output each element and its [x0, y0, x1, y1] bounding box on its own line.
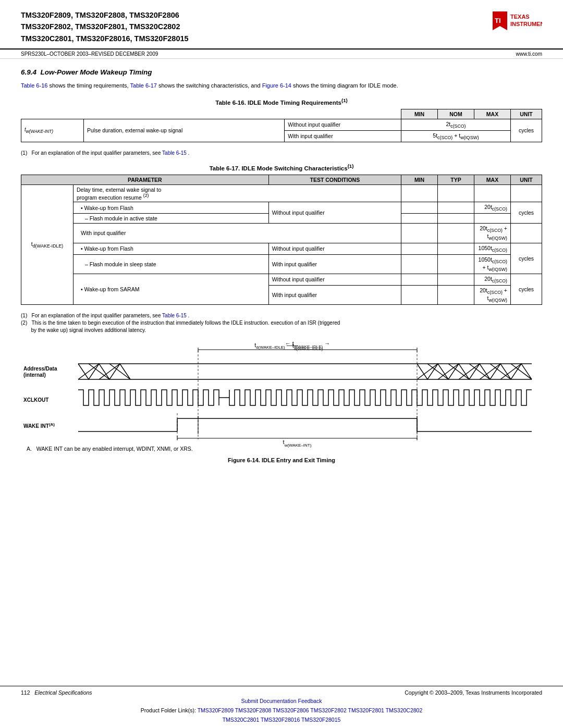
table15-link-fn17[interactable]: Table 6-15	[162, 313, 187, 318]
product-link-f2801[interactable]: TMS320F2801	[348, 707, 384, 713]
table17-saram-val1: 20tc(SCO)	[474, 274, 511, 285]
table17-col-min: MIN	[401, 175, 438, 184]
page-footer: 112 Electrical Specifications Copyright …	[0, 686, 563, 728]
table16-cond1: Without input qualifier	[285, 119, 401, 130]
svg-line-24	[109, 364, 130, 379]
table16-link[interactable]: Table 6-16	[21, 82, 47, 89]
table16-col-min: MIN	[401, 109, 438, 119]
table16-col-max: MAX	[474, 109, 511, 119]
figure-caption: Figure 6-14. IDLE Entry and Exit Timing	[21, 457, 542, 463]
svg-line-34	[511, 364, 532, 379]
table17-col-max: MAX	[474, 175, 511, 184]
section-heading: 6.9.4 Low-Power Mode Wakeup Timing	[21, 68, 542, 76]
table17-flash-active-cond2: With input qualifier	[74, 224, 401, 243]
table17-bullet2: • Wake-up from Flash	[74, 243, 269, 254]
timing-diagram-section: td(WAKE–IDLE) —— td(WAKE–IDLE) Address/D…	[21, 340, 542, 463]
svg-text:Address/Data: Address/Data	[23, 366, 57, 372]
product-link-c2802[interactable]: TMS320C2802	[386, 707, 423, 713]
svg-text:TI: TI	[495, 17, 501, 24]
table17-flash-active-val1: 20tc(SCO)	[474, 202, 511, 214]
table17-flash-sleep-val2: 1050tc(SCO) + tw(IQSW)	[474, 254, 511, 274]
svg-line-28	[448, 364, 469, 379]
svg-text:TEXAS: TEXAS	[510, 14, 530, 20]
feedback-link[interactable]: Submit Documentation Feedback	[241, 698, 322, 704]
svg-text:INSTRUMENTS: INSTRUMENTS	[510, 21, 542, 27]
table16: MIN NOM MAX UNIT tw(WAKE-INT) Pulse dura…	[21, 109, 542, 142]
svg-line-30	[469, 364, 490, 379]
table16-row-label: tw(WAKE-INT)	[21, 119, 84, 142]
svg-line-31	[480, 364, 500, 379]
table17-bullet1: • Wake-up from Flash	[74, 202, 269, 214]
table15-link-fn16[interactable]: Table 6-15	[162, 150, 187, 156]
footer-links: Submit Documentation Feedback Product Fo…	[141, 697, 423, 725]
figure-note: A. WAKE INT can be any enabled interrupt…	[21, 446, 542, 452]
page: TMS320F2809, TMS320F2808, TMS320F2806 TM…	[0, 0, 563, 728]
product-link-f28016[interactable]: TMS320F28016	[261, 717, 300, 723]
product-link-f2808[interactable]: TMS320F2808	[235, 707, 271, 713]
header-subtitle: SPRS230L–OCTOBER 2003–REVISED DECEMBER 2…	[0, 50, 563, 59]
ti-logo-svg: TI TEXAS INSTRUMENTS	[493, 11, 542, 33]
svg-text:WAKE INT(A): WAKE INT(A)	[23, 422, 55, 429]
table17-flash-active-cond1: Without input qualifier	[268, 202, 401, 224]
page-header: TMS320F2809, TMS320F2808, TMS320F2806 TM…	[0, 0, 563, 50]
table17-saram-unit: cycles	[511, 274, 542, 304]
table17-flash-sleep-val1: 1050tc(SCO)	[474, 243, 511, 254]
table17-link[interactable]: Table 6-17	[130, 82, 157, 89]
table17-row-label: td(WAKE-IDLE)	[21, 184, 74, 304]
table16-cond2: With input qualifier	[285, 130, 401, 142]
table17-delay-desc: Delay time, external wake signal toprogr…	[74, 184, 401, 202]
footer-page-info: 112 Electrical Specifications	[21, 689, 92, 696]
table17-flash-active-unit: cycles	[511, 202, 542, 224]
table17: PARAMETER TEST CONDITIONS MIN TYP MAX UN…	[21, 175, 542, 305]
main-content: 6.9.4 Low-Power Mode Wakeup Timing Table…	[0, 59, 563, 686]
svg-text:XCLKOUT: XCLKOUT	[23, 397, 48, 403]
table17-saram-cond2: With input qualifier	[268, 285, 401, 304]
svg-line-26	[427, 364, 448, 379]
figure14-link[interactable]: Figure 6-14	[262, 82, 291, 89]
product-link-f2809[interactable]: TMS320F2809	[198, 707, 234, 713]
svg-line-23	[99, 364, 120, 379]
svg-text:tw(WAKE–INT): tw(WAKE–INT)	[283, 439, 312, 448]
table17-flash-active-val2b: 20tc(SCO) + tw(IQSW)	[474, 224, 511, 243]
svg-line-33	[500, 364, 521, 379]
table17-flash-sleep-cond1: Without input qualifier	[268, 243, 401, 254]
table17-flash-sleep-cond2: With input qualifier	[268, 254, 401, 274]
svg-line-27	[438, 364, 459, 379]
footer-row1: 112 Electrical Specifications Copyright …	[21, 689, 542, 696]
timing-diagram-svg: td(WAKE–IDLE) —— td(WAKE–IDLE) Address/D…	[21, 340, 542, 445]
table16-row-param: Pulse duration, external wake-up signal	[84, 119, 285, 142]
footer-copyright: Copyright © 2003–2009, Texas Instruments…	[405, 689, 542, 696]
table17-dash2: – Flash module in sleep state	[74, 254, 269, 274]
document-title: TMS320F2809, TMS320F2808, TMS320F2806 TM…	[21, 9, 189, 44]
table16-title: Table 6-16. IDLE Mode Timing Requirement…	[21, 97, 542, 106]
svg-text:(internal): (internal)	[23, 372, 46, 378]
ti-logo: TI TEXAS INSTRUMENTS	[493, 11, 542, 33]
table17-col-testcond: TEST CONDITIONS	[268, 175, 401, 184]
svg-line-29	[459, 364, 480, 379]
product-link-f28015[interactable]: TMS320F28015	[301, 717, 340, 723]
table17-saram-cond1: Without input qualifier	[268, 274, 401, 285]
table17-footnotes: (1) For an explanation of the input qual…	[21, 312, 542, 334]
table17-col-typ: TYP	[438, 175, 474, 184]
table17-col-unit: UNIT	[511, 175, 542, 184]
table17-flash-active-val2	[474, 214, 511, 224]
svg-line-32	[490, 364, 511, 379]
product-link-c2801[interactable]: TMS320C2801	[223, 717, 260, 723]
table17-col-param: PARAMETER	[21, 175, 269, 184]
table16-unit: cycles	[511, 119, 542, 142]
table16-footnote: (1) For an explanation of the input qual…	[21, 150, 542, 157]
intro-paragraph: Table 6-16 shows the timing requirements…	[21, 81, 542, 90]
table17-title: Table 6-17. IDLE Mode Switching Characte…	[21, 163, 542, 171]
product-link-f2806[interactable]: TMS320F2806	[273, 707, 309, 713]
svg-line-25	[417, 364, 438, 379]
product-link-f2802[interactable]: TMS320F2802	[310, 707, 346, 713]
table16-val2: 5tc(SCO) + tw(IQSW)	[401, 130, 511, 142]
table17-flash-sleep-unit: cycles	[511, 243, 542, 274]
table17-saram-val2: 20tc(SCO) + tw(IQSW)	[474, 285, 511, 304]
table16-col-unit: UNIT	[511, 109, 542, 119]
svg-line-22	[89, 364, 109, 379]
table17-bullet3: • Wake-up from SARAM	[74, 274, 269, 304]
table17-dash1: – Flash module in active state	[74, 214, 269, 224]
table16-val1: 2tc(SCO)	[401, 119, 511, 130]
svg-line-21	[78, 364, 99, 379]
